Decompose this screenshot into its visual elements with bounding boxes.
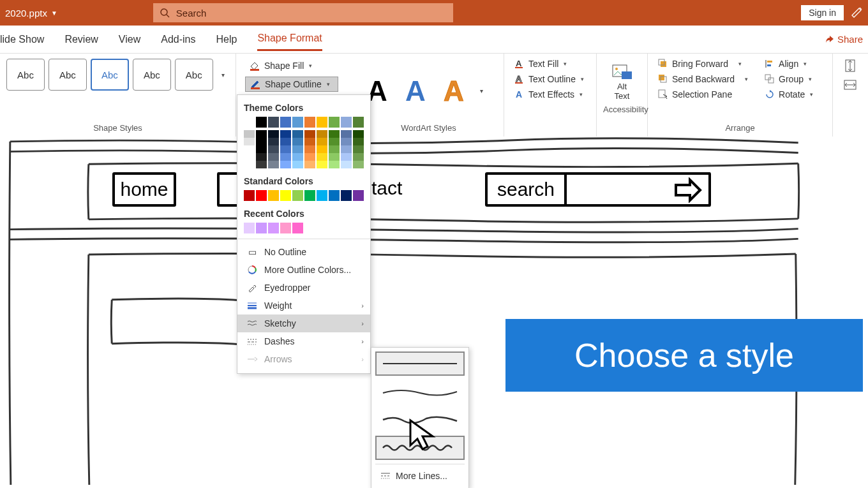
dd-eyedropper[interactable]: Eyedropper — [237, 279, 370, 297]
color-swatch[interactable] — [244, 190, 255, 201]
color-swatch[interactable] — [292, 130, 303, 138]
color-swatch[interactable] — [280, 130, 291, 138]
color-swatch[interactable] — [244, 145, 255, 153]
color-swatch[interactable] — [292, 190, 303, 201]
color-swatch[interactable] — [317, 138, 327, 145]
color-swatch[interactable] — [341, 130, 352, 138]
color-swatch[interactable] — [256, 161, 267, 168]
shape-style-4[interactable]: Abc — [133, 59, 171, 91]
dd-more-colors[interactable]: More Outline Colors... — [237, 261, 370, 279]
color-swatch[interactable] — [292, 138, 303, 145]
color-swatch[interactable] — [353, 138, 364, 145]
wordart-style-3[interactable]: A — [437, 75, 471, 107]
color-swatch[interactable] — [329, 130, 340, 138]
color-swatch[interactable] — [244, 223, 255, 233]
color-swatch[interactable] — [280, 153, 291, 161]
color-swatch[interactable] — [317, 117, 327, 128]
color-swatch[interactable] — [244, 130, 255, 138]
color-swatch[interactable] — [244, 153, 255, 161]
dd-sketchy[interactable]: Sketchy› — [237, 314, 370, 332]
color-swatch[interactable] — [280, 117, 291, 128]
color-swatch[interactable] — [256, 145, 267, 153]
color-swatch[interactable] — [268, 190, 279, 201]
tab-addins[interactable]: Add-ins — [161, 29, 195, 50]
shape-outline-button[interactable]: Shape Outline▾ — [245, 77, 338, 92]
color-swatch[interactable] — [280, 161, 291, 168]
alt-text-button[interactable]: Alt Text — [603, 59, 641, 105]
text-fill-button[interactable]: AText Fill▾ — [514, 59, 590, 69]
shape-style-1[interactable]: Abc — [6, 59, 45, 91]
color-swatch[interactable] — [268, 138, 279, 145]
tab-help[interactable]: Help — [216, 29, 237, 50]
wordart-more[interactable]: ▾ — [475, 75, 488, 107]
color-swatch[interactable] — [280, 145, 291, 153]
color-swatch[interactable] — [256, 190, 267, 201]
color-swatch[interactable] — [329, 117, 340, 128]
shape-style-2[interactable]: Abc — [49, 59, 87, 91]
color-swatch[interactable] — [304, 190, 315, 201]
signin-button[interactable]: Sign in — [801, 5, 844, 20]
tab-review[interactable]: Review — [64, 29, 98, 50]
shape-fill-button[interactable]: Shape Fill▾ — [245, 59, 338, 73]
color-swatch[interactable] — [244, 161, 255, 168]
height-icon[interactable] — [843, 59, 857, 73]
color-swatch[interactable] — [341, 138, 352, 145]
color-swatch[interactable] — [341, 145, 352, 153]
color-swatch[interactable] — [292, 223, 303, 233]
shape-style-more[interactable]: ▾ — [217, 59, 229, 91]
color-swatch[interactable] — [329, 153, 340, 161]
filename[interactable]: 2020.pptx ▼ — [5, 8, 57, 18]
text-effects-button[interactable]: AText Effects▾ — [514, 89, 590, 100]
color-swatch[interactable] — [353, 190, 364, 201]
shape-style-3[interactable]: Abc — [91, 59, 129, 91]
color-swatch[interactable] — [280, 138, 291, 145]
color-swatch[interactable] — [353, 153, 364, 161]
color-swatch[interactable] — [353, 130, 364, 138]
align-button[interactable]: Align▾ — [765, 59, 813, 69]
share-button[interactable]: Share — [825, 34, 868, 45]
color-swatch[interactable] — [244, 117, 255, 128]
group-button[interactable]: Group▾ — [765, 74, 813, 84]
color-swatch[interactable] — [280, 190, 291, 201]
search-box[interactable] — [153, 3, 453, 22]
color-swatch[interactable] — [268, 130, 279, 138]
color-swatch[interactable] — [256, 117, 267, 128]
color-swatch[interactable] — [304, 161, 315, 168]
color-swatch[interactable] — [341, 153, 352, 161]
color-swatch[interactable] — [268, 153, 279, 161]
send-backward-button[interactable]: Send Backward▾ — [658, 74, 748, 84]
color-swatch[interactable] — [329, 145, 340, 153]
shape-style-5[interactable]: Abc — [175, 59, 213, 91]
color-swatch[interactable] — [317, 190, 327, 201]
color-swatch[interactable] — [292, 161, 303, 168]
color-swatch[interactable] — [304, 145, 315, 153]
text-outline-button[interactable]: AText Outline▾ — [514, 74, 590, 84]
color-swatch[interactable] — [341, 190, 352, 201]
color-swatch[interactable] — [329, 138, 340, 145]
color-swatch[interactable] — [353, 161, 364, 168]
color-swatch[interactable] — [341, 161, 352, 168]
color-swatch[interactable] — [329, 190, 340, 201]
sketchy-more-lines[interactable]: More Lines... — [375, 467, 465, 485]
tab-slideshow[interactable]: lide Show — [0, 29, 44, 50]
color-swatch[interactable] — [256, 130, 267, 138]
color-swatch[interactable] — [304, 130, 315, 138]
color-swatch[interactable] — [292, 153, 303, 161]
color-swatch[interactable] — [317, 130, 327, 138]
color-swatch[interactable] — [268, 117, 279, 128]
dd-weight[interactable]: Weight› — [237, 297, 370, 314]
color-swatch[interactable] — [304, 138, 315, 145]
color-swatch[interactable] — [341, 117, 352, 128]
tab-shape-format[interactable]: Shape Format — [257, 27, 322, 51]
color-swatch[interactable] — [256, 138, 267, 145]
color-swatch[interactable] — [256, 223, 267, 233]
selection-pane-button[interactable]: Selection Pane — [658, 89, 748, 100]
color-swatch[interactable] — [292, 117, 303, 128]
color-swatch[interactable] — [317, 161, 327, 168]
color-swatch[interactable] — [317, 145, 327, 153]
tab-view[interactable]: View — [119, 29, 140, 50]
width-icon[interactable] — [843, 78, 857, 92]
color-swatch[interactable] — [244, 138, 255, 145]
bring-forward-button[interactable]: Bring Forward▾ — [658, 59, 748, 69]
search-input[interactable] — [176, 8, 447, 18]
